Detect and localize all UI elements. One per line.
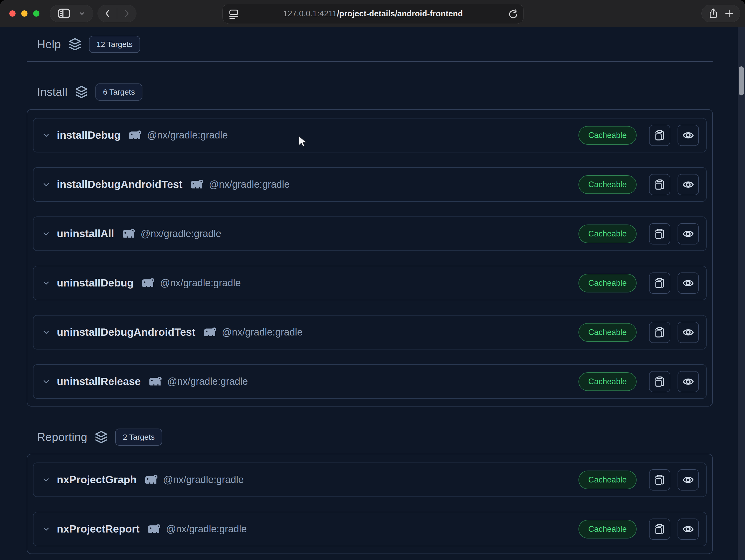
section-title: Install [37, 85, 67, 99]
section-divider [27, 61, 713, 62]
url-host: 127.0.0.1:4211 [283, 9, 337, 18]
target-executor: @nx/gradle:gradle [167, 376, 248, 387]
chevron-down-icon[interactable] [42, 180, 51, 189]
target-row[interactable]: uninstallDebug @nx/gradle:gradle Cacheab… [33, 266, 707, 300]
scrollbar-track[interactable] [738, 27, 745, 560]
chevron-down-icon[interactable] [42, 328, 51, 337]
gradle-icon [140, 277, 155, 289]
copy-button[interactable] [649, 322, 670, 343]
target-row[interactable]: installDebug @nx/gradle:gradle Cacheable [33, 118, 707, 152]
scrollbar-thumb[interactable] [739, 66, 744, 95]
cacheable-badge: Cacheable [579, 126, 637, 145]
forward-button[interactable] [123, 9, 131, 18]
cacheable-badge: Cacheable [579, 520, 637, 538]
view-button[interactable] [678, 223, 699, 244]
target-name: installDebugAndroidTest [57, 178, 182, 190]
url-path: /project-details/android-frontend [337, 9, 463, 18]
cacheable-badge: Cacheable [579, 372, 637, 391]
project-details-page: Help 12 Targets Install 6 Targets in [0, 27, 745, 560]
section-header-reporting: Reporting 2 Targets [37, 428, 713, 446]
section-header-help: Help 12 Targets [37, 36, 713, 53]
mouse-cursor [297, 135, 308, 149]
copy-button[interactable] [649, 371, 670, 392]
target-name: uninstallRelease [57, 375, 141, 388]
eye-icon [682, 178, 694, 191]
nav-button-group [98, 5, 136, 22]
target-name: installDebug [57, 129, 121, 141]
view-button[interactable] [678, 322, 699, 343]
cacheable-badge: Cacheable [579, 175, 637, 194]
eye-icon [682, 129, 694, 142]
eye-icon [682, 523, 694, 535]
view-button[interactable] [678, 125, 699, 146]
gradle-icon [202, 327, 217, 338]
reload-icon [508, 8, 519, 20]
chevron-down-icon[interactable] [42, 525, 51, 533]
share-button[interactable] [708, 7, 718, 20]
cacheable-badge: Cacheable [579, 274, 637, 292]
chevron-down-icon[interactable] [42, 131, 51, 140]
chevron-down-icon [78, 10, 86, 18]
view-button[interactable] [678, 174, 699, 195]
target-name: uninstallAll [57, 228, 114, 240]
cacheable-badge: Cacheable [579, 323, 637, 342]
back-button[interactable] [103, 9, 111, 18]
copy-button[interactable] [649, 174, 670, 195]
new-tab-icon [725, 9, 734, 18]
sidebar-menu-button[interactable] [78, 10, 86, 18]
minimize-button[interactable] [21, 10, 28, 16]
sidebar-toggle-button[interactable] [57, 8, 71, 19]
zoom-button[interactable] [33, 10, 39, 16]
chevron-down-icon[interactable] [42, 230, 51, 238]
target-name: nxProjectReport [57, 523, 139, 535]
forward-icon [123, 9, 131, 18]
sidebar-toggle-group [50, 5, 93, 22]
reload-button[interactable] [508, 8, 519, 20]
chevron-down-icon[interactable] [42, 377, 51, 386]
target-executor: @nx/gradle:gradle [160, 277, 241, 288]
target-executor: @nx/gradle:gradle [147, 130, 228, 141]
share-icon [708, 7, 718, 20]
copy-icon [654, 129, 666, 141]
back-icon [103, 9, 111, 18]
copy-button[interactable] [649, 519, 670, 540]
eye-icon [682, 474, 694, 486]
copy-icon [654, 376, 666, 388]
address-bar[interactable]: 127.0.0.1:4211/project-details/android-f… [222, 4, 524, 24]
copy-button[interactable] [649, 223, 670, 244]
page-settings-button[interactable] [228, 8, 239, 19]
gradle-icon [189, 179, 204, 190]
target-row[interactable]: uninstallAll @nx/gradle:gradle Cacheable [33, 216, 707, 251]
chevron-down-icon[interactable] [42, 279, 51, 287]
eye-icon [682, 326, 694, 339]
target-row[interactable]: nxProjectGraph @nx/gradle:gradle Cacheab… [33, 462, 707, 497]
view-button[interactable] [678, 371, 699, 392]
chevron-down-icon[interactable] [42, 476, 51, 484]
eye-icon [682, 277, 694, 289]
target-row[interactable]: uninstallDebugAndroidTest @nx/gradle:gra… [33, 315, 707, 349]
view-button[interactable] [678, 273, 699, 294]
target-row[interactable]: uninstallRelease @nx/gradle:gradle Cache… [33, 364, 707, 399]
target-row[interactable]: nxProjectReport @nx/gradle:gradle Cachea… [33, 512, 707, 546]
section-title: Reporting [37, 431, 87, 444]
copy-button[interactable] [649, 469, 670, 491]
copy-button[interactable] [649, 273, 670, 294]
install-targets-container: installDebug @nx/gradle:gradle Cacheable [27, 109, 713, 407]
new-tab-button[interactable] [725, 9, 734, 18]
copy-button[interactable] [649, 125, 670, 146]
view-button[interactable] [678, 519, 699, 540]
gradle-icon [146, 523, 161, 535]
target-name: nxProjectGraph [57, 474, 137, 486]
target-executor: @nx/gradle:gradle [209, 179, 290, 190]
close-button[interactable] [9, 10, 15, 16]
section-header-install: Install 6 Targets [37, 83, 713, 101]
layers-icon [94, 430, 108, 444]
target-name: uninstallDebugAndroidTest [57, 326, 196, 338]
copy-icon [654, 523, 666, 535]
target-executor: @nx/gradle:gradle [163, 474, 244, 485]
targets-count-badge: 12 Targets [89, 36, 140, 53]
view-button[interactable] [678, 469, 699, 491]
target-row[interactable]: installDebugAndroidTest @nx/gradle:gradl… [33, 167, 707, 202]
targets-count-badge: 2 Targets [115, 428, 162, 446]
target-name: uninstallDebug [57, 277, 134, 289]
